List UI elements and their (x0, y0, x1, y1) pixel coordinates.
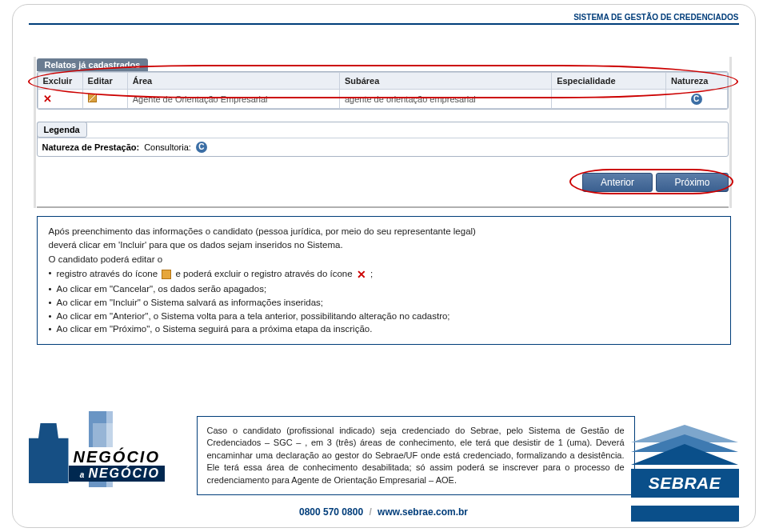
edit-icon[interactable] (88, 94, 97, 102)
instruction-p2: O candidato poderá editar o (49, 253, 719, 266)
screenshot-area: Relatos já cadastrados Excluir Editar Ár… (37, 57, 729, 208)
lower-area: NEGÓCIO aNEGÓCIO Caso o candidato (profi… (29, 407, 739, 495)
negocio-text-1: NEGÓCIO (69, 447, 165, 467)
instruction-box: Após preenchimento das informações o can… (37, 216, 731, 345)
delete-icon[interactable]: ✕ (43, 93, 52, 105)
legend-value: Consultoria: (144, 142, 191, 152)
col-natureza: Natureza (665, 73, 727, 90)
info-box: Caso o candidato (profissional indicado)… (197, 416, 635, 495)
system-title: SISTEMA DE GESTÃO DE CREDENCIADOS (29, 13, 739, 22)
instruction-p1-b: deverá clicar em 'Incluir' para que os d… (49, 238, 719, 252)
instruction-li1: registro através do ícone e poderá exclu… (49, 266, 719, 282)
legend-badge: C (196, 142, 207, 153)
header-divider (29, 23, 739, 25)
negocio-logo: NEGÓCIO aNEGÓCIO (29, 407, 189, 495)
screenshot-divider (37, 206, 729, 208)
legend-tab: Legenda (37, 122, 87, 138)
cell-especialidade (552, 90, 666, 109)
cell-subarea: agente de orientação empresarial (339, 90, 551, 109)
records-table-wrap: Excluir Editar Área Subárea Especialidad… (37, 71, 729, 110)
legend-label-text: Natureza de Prestação: (42, 142, 140, 152)
col-excluir: Excluir (38, 73, 82, 90)
instruction-li2: Ao clicar em "Cancelar", os dados serão … (49, 282, 719, 296)
sebrae-text: SEBRAE (631, 469, 739, 499)
next-button[interactable]: Próximo (656, 173, 728, 192)
col-subarea: Subárea (339, 73, 551, 90)
footer-phone: 0800 570 0800 (299, 506, 363, 518)
col-area: Área (127, 73, 339, 90)
cell-area: Agente de Orientação Empresarial (127, 90, 339, 109)
natureza-badge: C (691, 94, 702, 105)
table-row: ✕ Agente de Orientação Empresarial agent… (38, 90, 727, 109)
footer-url: www.sebrae.com.br (378, 506, 468, 518)
prev-button[interactable]: Anterior (582, 173, 653, 192)
footer: 0800 570 0800 / www.sebrae.com.br (13, 506, 755, 518)
legend-box: Legenda Natureza de Prestação: Consultor… (37, 122, 729, 157)
edit-icon-inline (162, 270, 171, 279)
instruction-li4: Ao clicar em "Anterior", o Sistema volta… (49, 310, 719, 323)
nav-buttons: Anterior Próximo (37, 173, 729, 192)
section-tab: Relatos já cadastrados (37, 58, 149, 71)
col-editar: Editar (82, 73, 127, 90)
instruction-li3: Ao clicar em "Incluir" o Sistema salvará… (49, 296, 719, 310)
sebrae-logo: SEBRAE (631, 425, 739, 499)
delete-icon-inline: ✕ (357, 268, 366, 281)
instruction-p1-a: Após preenchimento das informações o can… (49, 225, 719, 238)
records-table: Excluir Editar Área Subárea Especialidad… (38, 72, 728, 109)
instruction-li5: Ao clicar em "Próximo", o Sistema seguir… (49, 322, 719, 336)
col-especialidade: Especialidade (552, 73, 666, 90)
negocio-text-2: aNEGÓCIO (69, 466, 165, 482)
table-header-row: Excluir Editar Área Subárea Especialidad… (38, 73, 727, 90)
